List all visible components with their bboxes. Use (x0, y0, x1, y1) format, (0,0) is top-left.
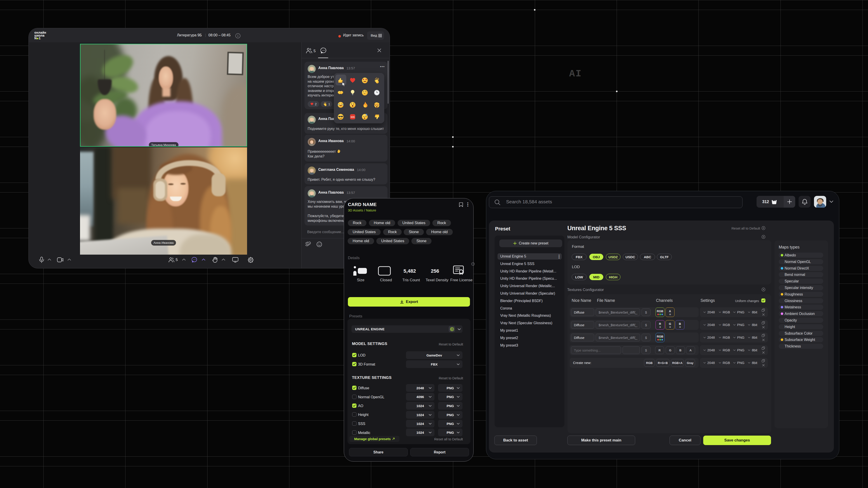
svg-text:SOS: SOS (350, 116, 355, 118)
svg-text:?: ? (472, 263, 473, 265)
